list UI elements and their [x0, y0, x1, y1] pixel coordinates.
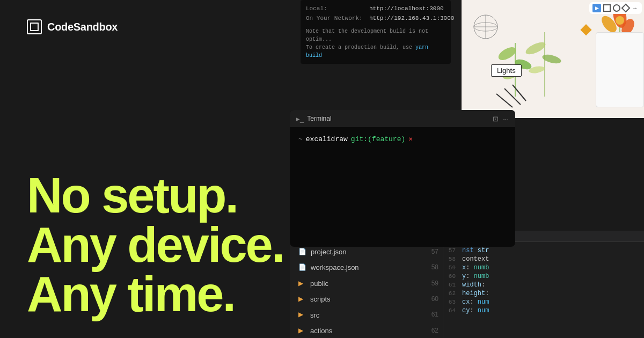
folder-name-public: public	[310, 277, 328, 290]
network-url: http://192.168.43.1:3000	[369, 14, 454, 24]
diamond-icon[interactable]	[621, 4, 631, 13]
dev-server-note: Note that the development build is not o…	[306, 27, 445, 60]
right-panel: Local: http://localhost:3000 On Your Net…	[290, 0, 644, 338]
prompt-dir: excalidraw	[306, 135, 348, 143]
code-body: 57 nst str 58 context 59 x: numb 60 y: n…	[443, 242, 644, 319]
folder-name-actions: actions	[310, 325, 332, 337]
terminal-expand-icon[interactable]: ⊡	[493, 115, 499, 123]
square-icon[interactable]	[603, 4, 611, 12]
terminal-titlebar: ▸_ Terminal ⊡ ···	[290, 110, 515, 127]
line-57-code: nst str	[462, 247, 489, 254]
folder-name-src: src	[310, 309, 319, 321]
terminal-title: ▸_ Terminal	[296, 115, 332, 123]
dev-server-window: Local: http://localhost:3000 On Your Net…	[301, 0, 451, 64]
code-line-62: 62 height:	[443, 289, 644, 298]
circle-icon[interactable]	[613, 4, 620, 12]
network-label: On Your Network:	[306, 14, 365, 24]
hero-line-2: Any device.	[27, 220, 284, 269]
logo-text: CodeSandbox	[47, 21, 118, 33]
svg-point-18	[616, 16, 624, 25]
code-line-63: 63 cx: num	[443, 298, 644, 306]
line-num-60: 60	[431, 293, 438, 305]
terminal-title-text: Terminal	[307, 115, 331, 122]
line-60-num: 60	[443, 273, 462, 280]
left-panel: CodeSandbox No setup. Any device. Any ti…	[0, 0, 311, 338]
terminal-prompt-icon: ▸_	[296, 115, 304, 123]
code-line-61: 61 width:	[443, 281, 644, 289]
hero-line-1: No setup.	[27, 171, 284, 220]
code-editor: ex.ts 57 nst str 58 context 59 x: numb 6…	[443, 231, 644, 338]
logo-container: CodeSandbox	[27, 19, 284, 34]
line-61-code: width:	[462, 281, 485, 289]
line-num-57: 57	[431, 246, 438, 258]
line-num-62: 62	[431, 325, 438, 337]
hero-text: No setup. Any device. Any time.	[27, 171, 284, 319]
folder-icon-public: ▶	[298, 278, 306, 290]
file-name-workspace-json: workspace.json	[311, 261, 359, 274]
file-item-src[interactable]: ▶ src 61	[290, 307, 443, 323]
line-num-61: 61	[431, 309, 438, 321]
line-63-code: cx: num	[462, 298, 489, 306]
hero-line-3: Any time.	[27, 269, 284, 319]
file-item-scripts[interactable]: ▶ scripts 60	[290, 291, 443, 307]
terminal-window: ▸_ Terminal ⊡ ··· ~ excalidraw git:(feat…	[290, 110, 515, 247]
line-62-num: 62	[443, 290, 462, 297]
line-62-code: height:	[462, 290, 489, 297]
arrow-icon[interactable]: →	[631, 4, 639, 12]
prompt-branch: git:(feature)	[351, 135, 405, 143]
codesandbox-logo-icon	[27, 19, 42, 34]
line-58-num: 58	[443, 256, 462, 262]
play-icon[interactable]: ▶	[592, 4, 601, 12]
line-64-code: cy: num	[462, 307, 489, 314]
folder-icon-src: ▶	[298, 309, 306, 321]
code-line-59: 59 x: numb	[443, 263, 644, 272]
file-explorer: 📄 project.json 57 📄 workspace.json 58 ▶ …	[290, 244, 443, 338]
local-label: Local:	[306, 4, 365, 14]
line-num-59: 59	[431, 278, 438, 290]
line-59-code: x: numb	[462, 264, 489, 271]
line-64-num: 64	[443, 307, 462, 314]
terminal-more-icon[interactable]: ···	[503, 115, 509, 123]
line-59-num: 59	[443, 264, 462, 271]
line-num-58: 58	[431, 262, 438, 274]
line-57-num: 57	[443, 247, 462, 254]
prompt-arrow: ~	[298, 135, 303, 143]
terminal-prompt-line: ~ excalidraw git:(feature) ✕	[298, 135, 507, 143]
code-line-60: 60 y: numb	[443, 272, 644, 281]
file-item-public[interactable]: ▶ public 59	[290, 276, 443, 291]
canvas-toolbar: ▶ →	[589, 2, 642, 14]
code-line-58: 58 context	[443, 255, 644, 263]
lights-label: Lights	[491, 64, 522, 77]
card-mock	[596, 32, 644, 107]
line-61-num: 61	[443, 282, 462, 288]
code-line-64: 64 cy: num	[443, 306, 644, 315]
line-58-code: context	[462, 255, 489, 263]
folder-name-scripts: scripts	[310, 293, 331, 305]
line-63-num: 63	[443, 299, 462, 305]
file-icon: 📄	[298, 246, 306, 258]
terminal-body: ~ excalidraw git:(feature) ✕	[290, 127, 515, 151]
local-url: http://localhost:3000	[369, 4, 444, 14]
file-icon-2: 📄	[298, 262, 306, 274]
terminal-icons: ⊡ ···	[493, 115, 509, 123]
code-line-57: 57 nst str	[443, 246, 644, 255]
file-name-project-json: project.json	[311, 246, 346, 258]
folder-icon-actions: ▶	[298, 325, 306, 337]
folder-icon-scripts: ▶	[298, 293, 306, 305]
canvas-window: Lights ▶ →	[462, 0, 644, 118]
line-60-code: y: numb	[462, 273, 489, 280]
file-item-actions[interactable]: ▶ actions 62	[290, 323, 443, 338]
prompt-x: ✕	[408, 135, 413, 143]
file-item-workspace-json[interactable]: 📄 workspace.json 58	[290, 260, 443, 275]
